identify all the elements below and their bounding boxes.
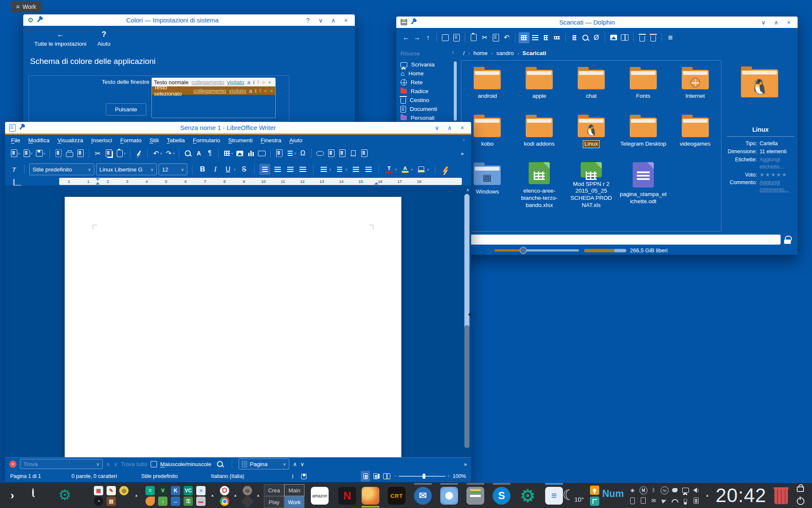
nav-next-button[interactable]: ∨ <box>300 461 304 467</box>
forward-button[interactable]: → <box>411 32 422 43</box>
split-view-button[interactable] <box>619 32 630 43</box>
increase-indent-button[interactable] <box>350 164 361 175</box>
task-netflix[interactable]: N <box>338 487 356 505</box>
style-actions-button[interactable]: T <box>8 164 19 175</box>
indent-marker[interactable] <box>96 182 100 185</box>
document-area[interactable]: ∧ <box>5 185 471 457</box>
insert-hyperlink-button[interactable] <box>315 148 326 159</box>
view-details-button[interactable] <box>551 32 562 43</box>
stapler-icon[interactable]: ▬ <box>196 497 206 506</box>
menu-aiuto[interactable]: Aiuto <box>289 137 302 144</box>
line-spacing-button[interactable] <box>318 164 329 175</box>
pin-icon[interactable] <box>19 125 23 130</box>
minimize-button[interactable]: ∨ <box>432 124 442 131</box>
measure-tape-icon[interactable]: ◎ <box>119 486 129 495</box>
right-indent-marker[interactable] <box>374 182 379 185</box>
menu-visualizza[interactable]: Visualizza <box>58 137 83 144</box>
find-overflow-button[interactable]: » <box>464 461 467 467</box>
toolbar-overflow-button[interactable]: » <box>457 148 468 159</box>
tray-expand-icon[interactable]: ▲ <box>705 493 709 497</box>
close-document-icon[interactable]: × <box>462 137 465 143</box>
up-button[interactable]: ↑ <box>422 32 433 43</box>
task-cool-retro-term[interactable]: CRT <box>388 487 406 505</box>
app-launcher-icon[interactable]: › <box>6 489 19 502</box>
status-pagestyle[interactable]: Stile predefinito <box>141 473 211 479</box>
power-icon[interactable] <box>797 497 804 505</box>
kdeconnect-phone-icon[interactable] <box>629 497 636 504</box>
filter-input[interactable] <box>420 235 781 245</box>
dolphin-titlebar[interactable]: Scaricati — Dolphin ∨ ∧ × <box>396 17 798 28</box>
group-expand-icon[interactable]: ▲ <box>256 493 260 497</box>
add-tags-link[interactable]: Aggiungi etichette... <box>760 156 797 171</box>
zoom-out-icon[interactable]: − <box>394 473 397 479</box>
all-settings-button[interactable]: ← Tutte le impostazioni <box>34 30 86 47</box>
opera-icon[interactable]: O <box>220 486 229 495</box>
file-tile[interactable]: apple <box>514 66 564 113</box>
desktop-pager-chip[interactable]: ≡ Work <box>11 1 41 12</box>
chrome-icon[interactable] <box>220 497 229 506</box>
touchpad-icon[interactable] <box>671 486 678 494</box>
keepassxc-icon[interactable]: ⚿ <box>184 497 193 506</box>
task-skype[interactable]: S <box>493 487 510 505</box>
mail-notifier-icon[interactable]: ✉ <box>650 497 657 504</box>
preview-row-selected[interactable]: Testo selezionato collegamento visitato … <box>152 86 275 95</box>
redshift-bulb-icon[interactable] <box>590 486 599 495</box>
find-settings-icon[interactable] <box>214 458 225 469</box>
place-radice[interactable]: Radice <box>401 87 455 96</box>
save-state-icon[interactable] <box>298 471 309 482</box>
highlight-color-button[interactable]: A <box>400 164 411 175</box>
font-size-combo[interactable]: 12∨ <box>159 163 187 175</box>
print-preview-button[interactable] <box>75 148 86 159</box>
user-switch-icon[interactable] <box>682 497 689 504</box>
search-icon[interactable] <box>32 489 34 497</box>
status-language[interactable]: Italiano (Italia) <box>211 473 287 479</box>
lock-open-icon[interactable] <box>785 236 792 240</box>
back-button[interactable]: ← <box>401 32 411 43</box>
telegram-icon[interactable] <box>661 497 668 504</box>
document-page[interactable] <box>65 197 401 457</box>
group-expand-icon[interactable]: ▲ <box>134 493 138 497</box>
minimize-button[interactable]: ∨ <box>759 19 768 26</box>
maximize-button[interactable]: ∧ <box>771 19 781 26</box>
font-name-combo[interactable]: Linux Libertine G∨ <box>96 163 157 175</box>
find-input[interactable]: Trova∨ <box>20 459 103 469</box>
pager-desktop-work[interactable]: Work <box>284 496 304 508</box>
clock[interactable]: 20:42 <box>716 484 766 507</box>
place-cestino[interactable]: Cestino <box>401 96 455 105</box>
status-wordcount[interactable]: 0 parole, 0 caratteri <box>71 473 141 479</box>
selection-mode-icon[interactable]: I <box>287 471 298 482</box>
indent-marker[interactable] <box>96 178 100 181</box>
menu-stili[interactable]: Stili <box>149 137 159 144</box>
bold-button[interactable]: B <box>197 164 208 175</box>
breadcrumb-home[interactable]: home <box>473 50 488 56</box>
file-tile[interactable]: pagina_stampa_etichette.odt <box>618 161 668 209</box>
insert-textbox-button[interactable] <box>256 148 267 159</box>
file-tile[interactable]: kodi addons <box>514 113 564 161</box>
display-icon[interactable] <box>682 486 689 494</box>
place-home[interactable]: ⌂Home <box>401 69 455 78</box>
scrollbar-thumb[interactable] <box>464 325 469 448</box>
pager-desktop-main[interactable]: Main <box>284 484 304 496</box>
single-page-view-button[interactable] <box>361 471 370 482</box>
menu-finestra[interactable]: Finestra <box>261 137 281 144</box>
strikethrough-button[interactable]: S <box>239 164 250 175</box>
file-tile[interactable]: android <box>462 66 512 113</box>
new-file-button[interactable] <box>451 32 462 43</box>
maximize-button[interactable]: ∧ <box>329 17 338 24</box>
inkscape-icon[interactable] <box>241 494 254 508</box>
cut-button[interactable]: ✂ <box>479 32 490 43</box>
horizontal-ruler[interactable]: 1123456789101112131415161718 <box>59 178 462 185</box>
status-page[interactable]: Pagina 1 di 1 <box>10 473 71 479</box>
insert-bookmark-button[interactable] <box>348 148 359 159</box>
teamviewer-icon[interactable]: ↔ <box>171 497 180 506</box>
place-documenti[interactable]: Documenti <box>401 105 455 113</box>
download-manager-icon[interactable]: ↓ <box>158 497 167 506</box>
group-expand-icon[interactable]: ▲ <box>211 493 214 497</box>
volume-icon[interactable]: ) <box>692 486 700 494</box>
underline-button[interactable]: U <box>222 164 233 175</box>
breadcrumb-sandro[interactable]: sandro <box>497 50 514 56</box>
close-button[interactable]: × <box>784 19 793 26</box>
notes-tray-icon[interactable] <box>692 497 700 504</box>
color-preview-list[interactable]: Testo normale collegamento visitato a i … <box>151 77 276 118</box>
align-center-button[interactable] <box>272 164 283 175</box>
